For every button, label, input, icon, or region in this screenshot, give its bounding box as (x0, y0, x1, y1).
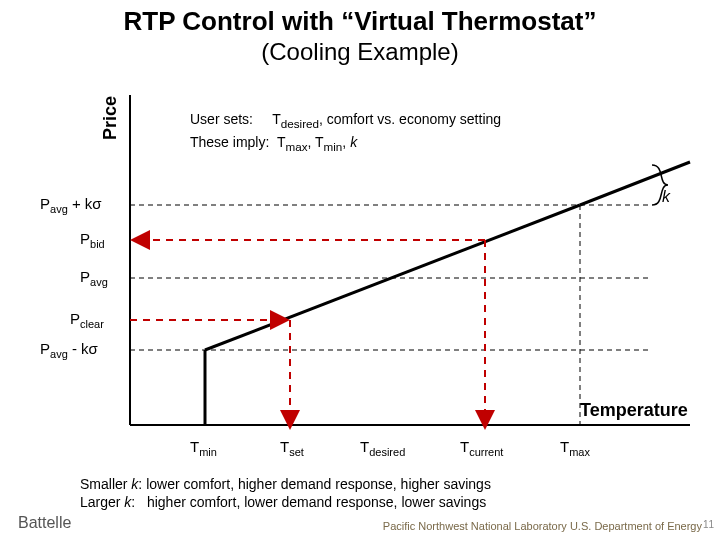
battelle-logo: Battelle (18, 514, 71, 532)
chart-svg (0, 0, 720, 540)
svg-line-8 (580, 162, 690, 205)
svg-line-7 (205, 205, 580, 350)
page-number: 11 (703, 519, 714, 530)
pnnl-logo: Pacific Northwest National Laboratory U.… (383, 520, 702, 532)
